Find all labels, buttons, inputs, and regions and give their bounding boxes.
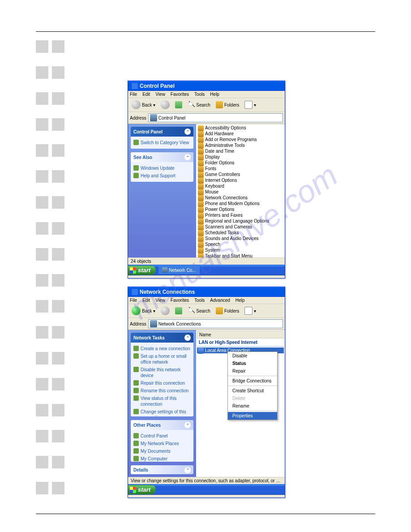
search-button[interactable]: Search bbox=[186, 306, 212, 315]
address-label: Address bbox=[130, 116, 146, 120]
connections-list[interactable]: Name LAN or High-Speed Internet Local Ar… bbox=[196, 330, 285, 477]
list-item[interactable]: Game Controllers bbox=[197, 172, 284, 177]
up-icon bbox=[175, 101, 182, 108]
list-item[interactable]: Administrative Tools bbox=[197, 142, 284, 148]
list-item[interactable]: Scanners and Cameras bbox=[197, 224, 284, 230]
list-item[interactable]: Mouse bbox=[197, 189, 284, 195]
titlebar[interactable]: Control Panel bbox=[128, 81, 285, 91]
list-item[interactable]: Internet Options bbox=[197, 177, 284, 183]
search-button[interactable]: Search bbox=[186, 100, 212, 109]
context-menu-item[interactable]: Disable bbox=[228, 352, 277, 360]
panel-header[interactable]: Details ⌃ bbox=[131, 465, 193, 474]
up-button[interactable] bbox=[173, 306, 184, 315]
task-link[interactable]: Change settings of this connection bbox=[133, 408, 191, 416]
addressbar: Address Network Connections bbox=[128, 318, 285, 330]
context-menu-item[interactable]: Bridge Connections bbox=[228, 377, 277, 385]
task-link[interactable]: Create a new connection bbox=[133, 345, 191, 352]
list-item[interactable]: Scheduled Tasks bbox=[197, 230, 284, 236]
titlebar[interactable]: Network Connections bbox=[128, 287, 285, 297]
list-item[interactable]: Speech bbox=[197, 241, 284, 247]
folders-button[interactable]: Folders bbox=[214, 100, 241, 109]
address-input[interactable]: Network Connections bbox=[148, 319, 283, 328]
start-button[interactable]: start bbox=[128, 485, 156, 494]
context-menu-item[interactable]: Repair bbox=[228, 367, 277, 375]
views-button[interactable]: ▾ bbox=[243, 306, 258, 316]
panel-control-panel: Control Panel ⌃ Switch to Category View bbox=[131, 127, 193, 149]
context-menu-item[interactable]: Properties bbox=[228, 412, 277, 420]
list-item[interactable]: Sounds and Audio Devices bbox=[197, 236, 284, 241]
panel-other-places: Other Places ⌃ Control PanelMy Network P… bbox=[131, 420, 193, 461]
list-item[interactable]: System bbox=[197, 247, 284, 253]
list-item[interactable]: Accessibility Options bbox=[197, 125, 284, 131]
menu-favorites[interactable]: Favorites bbox=[171, 298, 189, 303]
menu-favorites[interactable]: Favorites bbox=[171, 92, 189, 97]
menu-file[interactable]: File bbox=[130, 298, 137, 303]
link-help-support[interactable]: Help and Support bbox=[133, 172, 191, 180]
page-top-rule bbox=[36, 31, 375, 32]
link-switch-category[interactable]: Switch to Category View bbox=[133, 139, 191, 146]
place-link[interactable]: My Network Places bbox=[133, 440, 191, 447]
views-button[interactable]: ▾ bbox=[243, 100, 258, 110]
list-item[interactable]: Regional and Language Options bbox=[197, 218, 284, 224]
menu-advanced[interactable]: Advanced bbox=[210, 298, 230, 303]
list-item[interactable]: Keyboard bbox=[197, 183, 284, 189]
taskbar-item[interactable]: Network Co... bbox=[158, 266, 200, 274]
panel-header[interactable]: Control Panel ⌃ bbox=[131, 127, 193, 137]
taskbar-item-icon bbox=[162, 267, 167, 273]
menu-tools[interactable]: Tools bbox=[194, 92, 205, 97]
menu-edit[interactable]: Edit bbox=[142, 92, 150, 97]
context-menu-item[interactable]: Create Shortcut bbox=[228, 387, 277, 395]
menu-edit[interactable]: Edit bbox=[142, 298, 150, 303]
folders-icon bbox=[216, 101, 223, 108]
menu-view[interactable]: View bbox=[155, 92, 165, 97]
menu-help[interactable]: Help bbox=[210, 92, 219, 97]
place-link[interactable]: Control Panel bbox=[133, 432, 191, 440]
back-icon bbox=[132, 100, 141, 109]
panel-details: Details ⌃ bbox=[131, 465, 193, 474]
column-header-name[interactable]: Name bbox=[197, 331, 284, 339]
list-item[interactable]: Power Options bbox=[197, 206, 284, 212]
back-icon bbox=[132, 306, 141, 315]
menu-file[interactable]: File bbox=[130, 92, 137, 97]
menu-tools[interactable]: Tools bbox=[194, 298, 205, 303]
task-link[interactable]: Set up a home or small office network bbox=[133, 352, 191, 366]
place-link[interactable]: My Documents bbox=[133, 447, 191, 455]
back-button[interactable]: Back ▾ bbox=[130, 305, 157, 316]
list-item[interactable]: Folder Options bbox=[197, 160, 284, 166]
task-link[interactable]: Disable this network device bbox=[133, 366, 191, 379]
panel-header[interactable]: Network Tasks ⌃ bbox=[131, 333, 193, 343]
list-item[interactable]: Add Hardware bbox=[197, 131, 284, 137]
task-link[interactable]: Rename this connection bbox=[133, 387, 191, 395]
toolbar: Back ▾ Search Folders ▾ bbox=[128, 98, 285, 112]
list-item[interactable]: Add or Remove Programs bbox=[197, 137, 284, 142]
panel-header[interactable]: See Also ⌃ bbox=[131, 152, 193, 162]
menu-help[interactable]: Help bbox=[235, 298, 245, 303]
list-item[interactable]: Date and Time bbox=[197, 148, 284, 154]
context-menu-item[interactable]: Status bbox=[228, 360, 277, 367]
back-button[interactable]: Back ▾ bbox=[130, 99, 157, 110]
address-icon bbox=[150, 114, 157, 121]
sidepanel: Network Tasks ⌃ Create a new connectionS… bbox=[128, 330, 196, 477]
list-item[interactable]: Taskbar and Start Menu bbox=[197, 253, 284, 257]
control-panel-items[interactable]: Accessibility OptionsAdd HardwareAdd or … bbox=[196, 124, 285, 257]
list-item[interactable]: Network Connections bbox=[197, 195, 284, 201]
list-item[interactable]: Printers and Faxes bbox=[197, 212, 284, 218]
place-link[interactable]: My Computer bbox=[133, 455, 191, 461]
forward-button[interactable] bbox=[159, 305, 171, 316]
panel-header[interactable]: Other Places ⌃ bbox=[131, 420, 193, 430]
list-item[interactable]: Fonts bbox=[197, 166, 284, 172]
forward-button[interactable] bbox=[159, 99, 171, 110]
address-label: Address bbox=[130, 322, 146, 326]
address-input[interactable]: Control Panel bbox=[148, 113, 283, 122]
window-icon bbox=[132, 289, 138, 295]
task-link[interactable]: Repair this connection bbox=[133, 379, 191, 387]
up-button[interactable] bbox=[173, 100, 184, 109]
list-item[interactable]: Phone and Modem Options bbox=[197, 201, 284, 206]
task-link[interactable]: View status of this connection bbox=[133, 395, 191, 408]
link-windows-update[interactable]: Windows Update bbox=[133, 164, 191, 172]
list-item[interactable]: Display bbox=[197, 154, 284, 160]
start-button[interactable]: start bbox=[128, 266, 156, 275]
context-menu-item[interactable]: Rename bbox=[228, 402, 277, 410]
menu-view[interactable]: View bbox=[155, 298, 165, 303]
folders-button[interactable]: Folders bbox=[214, 306, 241, 315]
